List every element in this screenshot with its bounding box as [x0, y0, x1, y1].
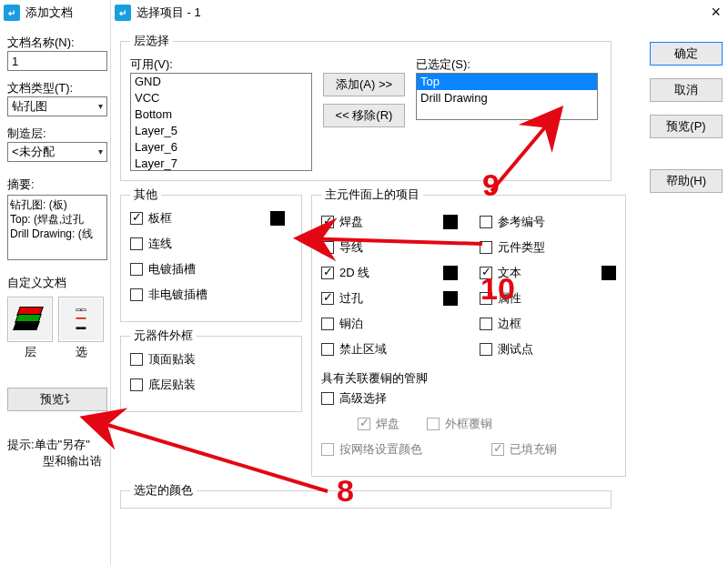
checkbox-copper[interactable]: 铜泊: [321, 316, 458, 332]
checkbox-icon: [321, 443, 334, 456]
checkbox-via[interactable]: 过孔: [321, 290, 458, 307]
checkbox-filled: 已填充铜: [491, 441, 557, 458]
checkbox-bynet: 按网络设置颜色: [321, 441, 422, 458]
main-items-legend: 主元件面上的项目: [321, 187, 423, 203]
annotation-10: 10: [480, 271, 515, 307]
checkbox-refdes[interactable]: 参考编号: [480, 214, 616, 230]
type-label: 文档类型(T):: [7, 80, 112, 96]
checkbox-parttype[interactable]: 元件类型: [480, 239, 616, 256]
color-swatch[interactable]: [443, 291, 458, 306]
layer-btn-label: 层: [7, 344, 53, 360]
checkbox-icon: [480, 343, 492, 356]
select-items-dialog: ↵ 选择项目 - 1 × 确定 取消 预览(P) 帮助(H) 层选择 可用(V)…: [110, 0, 728, 565]
checkbox-icon: [130, 263, 143, 276]
checkbox-assoc-pad: 焊盘: [358, 416, 399, 432]
checkbox-wire[interactable]: 导线: [321, 239, 458, 256]
custom-label: 自定义文档: [7, 275, 112, 291]
list-item[interactable]: Bottom: [131, 106, 311, 123]
checkbox-icon: [480, 241, 492, 254]
preview-button[interactable]: 预览讠: [7, 388, 107, 411]
checkbox-icon: [130, 353, 143, 366]
main-items-group: 主元件面上的项目 焊盘 导线: [311, 187, 626, 477]
list-item[interactable]: Top: [417, 74, 597, 90]
checkbox-icon: [321, 392, 334, 405]
checkbox-icon: [130, 237, 143, 250]
checkbox-icon: [130, 378, 143, 391]
checkbox-icon: [321, 241, 334, 254]
checkbox-icon: [358, 418, 370, 430]
left-panel: 文档名称(N): 文档类型(T): 钻孔图 ▾ 制造层: <未分配 ▾ 摘要: …: [7, 25, 112, 558]
annotation-9: 9: [482, 167, 500, 203]
checkbox-icon: [480, 318, 492, 330]
checkbox-keepout[interactable]: 禁止区域: [321, 341, 458, 358]
mfg-combo[interactable]: <未分配 ▾: [7, 142, 107, 162]
list-item[interactable]: Layer_6: [131, 139, 311, 156]
list-item[interactable]: Layer_7: [131, 156, 311, 171]
available-listbox[interactable]: GND VCC Bottom Layer_5 Layer_6 Layer_7: [130, 73, 312, 171]
select-button[interactable]: ▭▭ ━━ ▬▬: [58, 297, 104, 342]
selected-listbox[interactable]: Top Drill Drawing: [416, 73, 598, 120]
component-outline-group: 元器件外框 顶面贴装 底层贴装: [120, 328, 302, 412]
selected-label: 已选定(S):: [416, 56, 598, 73]
checkbox-2d[interactable]: 2D 线: [321, 265, 458, 281]
list-item[interactable]: GND: [131, 74, 311, 90]
sel-btn-label: 选: [58, 344, 104, 360]
checkbox-assoc-outline: 外框覆铜: [427, 416, 492, 432]
checkbox-bottom-smd[interactable]: 底层贴装: [130, 377, 292, 393]
name-input[interactable]: [7, 51, 107, 71]
chevron-down-icon: ▾: [98, 101, 103, 111]
checkbox-icon: [321, 343, 334, 356]
outline-legend: 元器件外框: [130, 328, 197, 344]
available-label: 可用(V):: [130, 56, 312, 73]
close-icon[interactable]: ×: [711, 4, 721, 20]
checkbox-icon: [130, 212, 143, 225]
checkbox-icon: [321, 292, 334, 305]
remove-button[interactable]: << 移除(R): [323, 104, 405, 127]
mfg-label: 制造层:: [7, 126, 112, 142]
checkbox-nonplated-slot[interactable]: 非电镀插槽: [130, 287, 292, 303]
mfg-value: <未分配: [12, 144, 55, 160]
checkbox-top-smd[interactable]: 顶面贴装: [130, 351, 292, 368]
summary-label: 摘要:: [7, 177, 112, 193]
layers-button[interactable]: [7, 297, 53, 342]
checkbox-icon: [321, 318, 334, 330]
chevron-down-icon: ▾: [98, 146, 103, 156]
checkbox-connections[interactable]: 连线: [130, 236, 292, 252]
summary-box[interactable]: 钻孔图: (板) Top: (焊盘,过孔 Drill Drawing: (线: [7, 195, 107, 260]
checkbox-icon: [427, 418, 440, 430]
checkbox-board-outline[interactable]: 板框: [130, 210, 285, 227]
list-item[interactable]: Layer_5: [131, 123, 311, 139]
hint-text: 提示:单击"另存" 型和输出诰: [7, 437, 112, 469]
annotation-8: 8: [337, 473, 354, 509]
add-button[interactable]: 添加(A) >>: [323, 73, 405, 96]
checkbox-plated-slot[interactable]: 电镀插槽: [130, 261, 292, 277]
checkbox-icon: [321, 267, 334, 279]
assoc-label: 具有关联覆铜的管脚: [321, 370, 616, 387]
checkbox-edge[interactable]: 边框: [480, 316, 616, 332]
list-item[interactable]: VCC: [131, 90, 311, 106]
name-label: 文档名称(N):: [7, 35, 112, 51]
checkbox-advanced[interactable]: 高级选择: [321, 390, 387, 407]
list-item[interactable]: Drill Drawing: [417, 90, 597, 106]
color-swatch[interactable]: [602, 266, 616, 280]
layer-select-legend: 层选择: [130, 33, 173, 49]
color-legend: 选定的颜色: [130, 482, 197, 499]
other-group: 其他 板框 连线 电镀插槽: [120, 187, 302, 322]
color-swatch[interactable]: [443, 215, 458, 229]
type-value: 钻孔图: [12, 98, 47, 115]
color-swatch[interactable]: [270, 211, 285, 226]
type-combo[interactable]: 钻孔图 ▾: [7, 96, 107, 116]
checkbox-testpoint[interactable]: 测试点: [480, 341, 616, 358]
selected-color-group: 选定的颜色: [120, 482, 612, 509]
color-swatch[interactable]: [443, 266, 458, 280]
checkbox-icon: [130, 288, 143, 301]
checkbox-pad[interactable]: 焊盘: [321, 214, 458, 230]
app-icon: ↵: [4, 5, 20, 21]
checkbox-icon: [480, 216, 492, 228]
left-title: 添加文档: [25, 5, 73, 21]
checkbox-icon: [321, 216, 334, 228]
app-icon: ↵: [115, 5, 131, 21]
summary-line: 钻孔图: (板): [10, 197, 105, 212]
dlg-title: 选择项目 - 1: [136, 5, 201, 21]
summary-line: Top: (焊盘,过孔: [10, 212, 105, 227]
